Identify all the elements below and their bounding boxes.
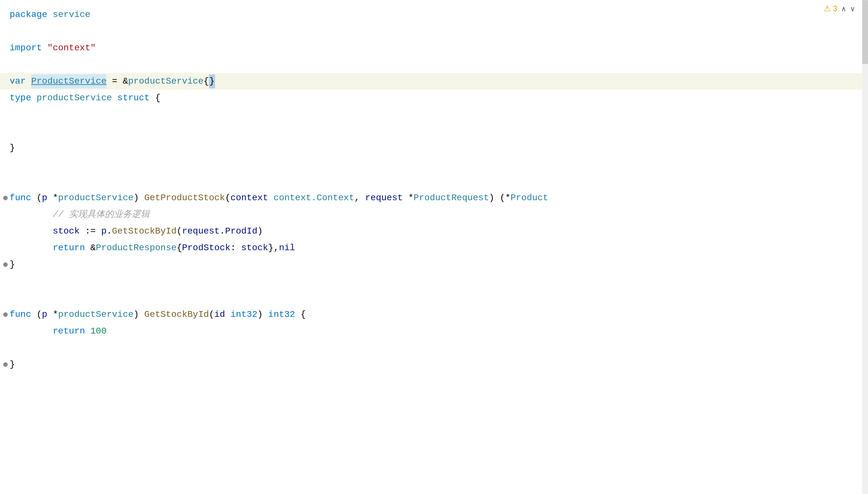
code-line-import: import "context" [0,40,868,56]
keyword-package: package [10,8,48,22]
code-line-empty-4 [0,156,868,173]
ident-productService-func1: productService [58,191,133,205]
code-line-2 [0,23,868,40]
gutter-dot-1 [0,196,10,200]
ident-ProductRequest: ProductRequest [413,191,489,205]
type-int32-1: int32 [230,307,257,322]
param-p-1: p [42,191,48,205]
func-GetProductStock: GetProductStock [144,191,225,205]
import-string: "context" [48,41,96,55]
code-line-func2-close: } [0,356,868,373]
code-line-var: var ProductService = &productService{} [0,73,868,90]
keyword-import: import [10,41,42,55]
ident-productService-1: productService [128,74,204,89]
method-GetStockById-call: GetStockById [112,224,177,239]
code-line-func1: func (p *productService) GetProductStock… [0,190,868,206]
ident-context-Context: context.Context [273,191,354,205]
code-line-empty-2 [0,106,868,123]
code-editor: ⚠ 3 ∧ ∨ package service import "context"… [0,0,868,494]
param-request-2: request [182,224,220,239]
receiver-p-2: p [101,224,107,239]
var-stock-2: stock [241,241,268,255]
keyword-var: var [10,74,26,89]
field-ProdId: ProdId [225,224,257,239]
code-line-empty-6 [0,273,868,290]
keyword-type: type [10,91,31,106]
code-line-return2: return 100 [0,323,868,340]
param-request: request [365,191,403,205]
field-ProdStock: ProdStock [182,241,230,255]
code-line-empty-3 [0,123,868,140]
code-line-empty-1 [0,56,868,73]
keyword-return-2: return [53,324,85,339]
code-line-func1-close: } [0,256,868,273]
code-line-empty-5 [0,173,868,190]
code-line-stock: stock := p.GetStockById(request.ProdId) [0,223,868,240]
code-line-type: type productService struct { [0,90,868,106]
param-context: context [230,191,268,205]
cursor-brace: } [209,74,215,89]
type-int32-2: int32 [268,307,295,322]
package-name: service [53,8,90,22]
gutter-dot-3 [0,312,10,317]
ident-ProductResponse-ret: Product [511,191,549,205]
ident-ProductResponse-2: ProductResponse [96,241,177,255]
code-line-comment: // 实现具体的业务逻辑 [0,206,868,223]
keyword-func-2: func [10,307,31,322]
comment-text: // 实现具体的业务逻辑 [53,208,149,222]
scrollbar-thumb[interactable] [862,0,868,64]
ident-productService-type: productService [37,91,112,106]
keyword-return-1: return [53,241,85,255]
code-line-func2: func (p *productService) GetStockById(id… [0,306,868,323]
code-line-struct-close: } [0,140,868,156]
param-p-3: p [42,307,48,322]
var-stock: stock [53,224,79,239]
gutter-dot-4 [0,362,10,367]
code-line-return1: return &ProductResponse{ProdStock: stock… [0,240,868,256]
func-GetStockById-def: GetStockById [144,307,209,322]
num-100: 100 [90,324,106,339]
ident-productService-func2: productService [58,307,133,322]
keyword-struct: struct [117,91,150,106]
code-line-empty-8 [0,340,868,356]
code-line-1: package service [0,6,868,23]
code-line-empty-7 [0,290,868,306]
var-ProductService: ProductService [31,74,106,89]
keyword-func-1: func [10,191,31,205]
param-id: id [215,307,225,322]
scrollbar[interactable] [862,0,868,494]
gutter-dot-2 [0,262,10,267]
nil-1: nil [279,241,295,255]
